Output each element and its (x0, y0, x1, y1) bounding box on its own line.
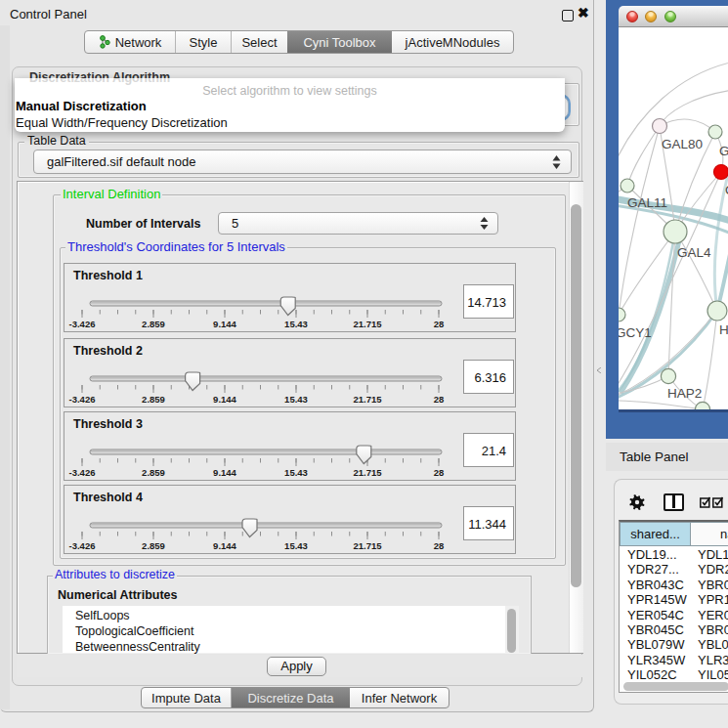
svg-text:2.859: 2.859 (142, 394, 165, 405)
svg-text:28: 28 (434, 467, 445, 478)
svg-text:21.715: 21.715 (353, 394, 382, 405)
svg-text:-3.426: -3.426 (69, 467, 96, 478)
svg-text:9.144: 9.144 (213, 319, 236, 329)
svg-text:HA: HA (719, 322, 728, 337)
svg-text:21.715: 21.715 (353, 467, 382, 478)
svg-text:9.144: 9.144 (213, 467, 236, 478)
svg-text:-3.426: -3.426 (69, 394, 96, 405)
svg-text:15.43: 15.43 (284, 467, 308, 478)
svg-text:28: 28 (434, 319, 445, 329)
svg-text:2.859: 2.859 (142, 540, 165, 551)
svg-text:-3.426: -3.426 (69, 540, 96, 551)
svg-text:-3.426: -3.426 (69, 319, 96, 329)
svg-text:21.715: 21.715 (353, 540, 382, 551)
svg-text:9.144: 9.144 (213, 394, 236, 405)
svg-text:15.43: 15.43 (284, 319, 308, 329)
svg-text:GA: GA (719, 144, 728, 158)
svg-text:2.859: 2.859 (142, 467, 165, 478)
svg-text:15.43: 15.43 (284, 540, 308, 551)
svg-text:GCY1: GCY1 (619, 325, 652, 340)
svg-text:28: 28 (434, 394, 445, 405)
svg-text:21.715: 21.715 (353, 319, 382, 329)
svg-text:28: 28 (434, 540, 445, 551)
svg-text:2.859: 2.859 (142, 319, 165, 329)
svg-text:GAL80: GAL80 (662, 137, 703, 151)
svg-text:9.144: 9.144 (213, 540, 236, 551)
svg-text:HAP2: HAP2 (667, 386, 702, 401)
svg-text:GAL4: GAL4 (677, 245, 711, 260)
svg-text:15.43: 15.43 (284, 394, 308, 405)
svg-text:GAL11: GAL11 (627, 195, 667, 210)
